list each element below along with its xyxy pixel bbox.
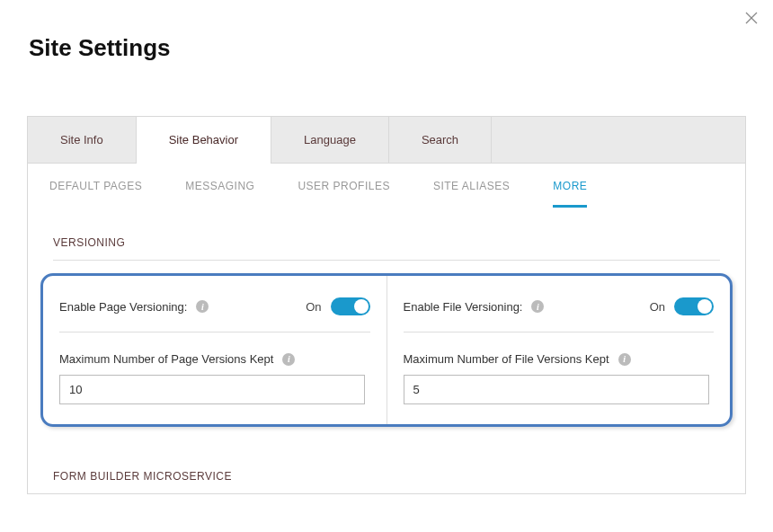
info-icon[interactable]: i bbox=[196, 300, 209, 313]
versioning-heading: VERSIONING bbox=[28, 208, 745, 260]
subtab-site-aliases[interactable]: SITE ALIASES bbox=[433, 164, 510, 208]
subtab-more[interactable]: MORE bbox=[553, 164, 587, 208]
file-versioning-state: On bbox=[650, 300, 665, 314]
subtab-default-pages[interactable]: DEFAULT PAGES bbox=[49, 164, 142, 208]
tab-site-behavior[interactable]: Site Behavior bbox=[137, 117, 271, 163]
page-versions-max-label: Maximum Number of Page Versions Kept bbox=[59, 352, 273, 366]
tab-site-info[interactable]: Site Info bbox=[28, 117, 137, 163]
page-versions-max-input[interactable] bbox=[59, 375, 365, 404]
file-versioning-toggle[interactable] bbox=[674, 297, 714, 315]
form-builder-heading: FORM BUILDER MICROSERVICE bbox=[28, 427, 745, 493]
file-versioning-label: Enable File Versioning: bbox=[404, 300, 523, 314]
file-versions-max-input[interactable] bbox=[404, 375, 709, 404]
file-versions-max-label: Maximum Number of File Versions Kept bbox=[404, 352, 609, 366]
info-icon[interactable]: i bbox=[282, 353, 295, 366]
tab-search[interactable]: Search bbox=[389, 117, 492, 163]
close-icon[interactable] bbox=[744, 11, 759, 25]
divider bbox=[53, 260, 720, 261]
subtab-user-profiles[interactable]: USER PROFILES bbox=[298, 164, 390, 208]
page-versioning-toggle[interactable] bbox=[331, 297, 370, 315]
divider bbox=[59, 332, 370, 332]
page-versioning-column: Enable Page Versioning: i On Maximum Num… bbox=[43, 276, 386, 424]
settings-panel: Site Info Site Behavior Language Search … bbox=[27, 116, 746, 494]
sub-tabs: DEFAULT PAGES MESSAGING USER PROFILES SI… bbox=[28, 164, 745, 208]
page-versioning-state: On bbox=[306, 300, 321, 314]
versioning-highlight-box: Enable Page Versioning: i On Maximum Num… bbox=[40, 273, 733, 427]
page-title: Site Settings bbox=[0, 0, 773, 89]
divider bbox=[404, 332, 715, 332]
page-versioning-label: Enable Page Versioning: bbox=[59, 300, 187, 314]
info-icon[interactable]: i bbox=[531, 300, 544, 313]
info-icon[interactable]: i bbox=[618, 353, 631, 366]
primary-tabs: Site Info Site Behavior Language Search bbox=[28, 117, 745, 164]
subtab-messaging[interactable]: MESSAGING bbox=[185, 164, 254, 208]
file-versioning-column: Enable File Versioning: i On Maximum Num… bbox=[386, 276, 731, 424]
tab-language[interactable]: Language bbox=[271, 117, 389, 163]
